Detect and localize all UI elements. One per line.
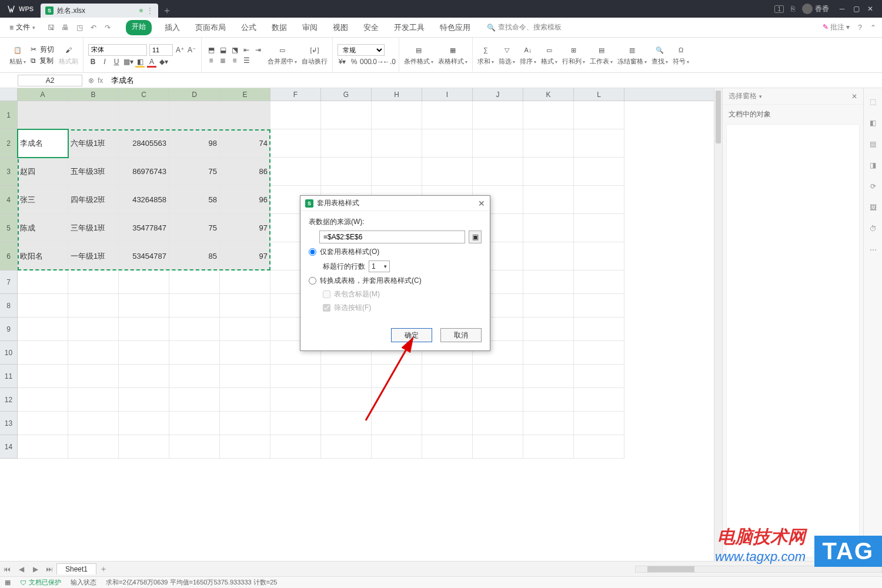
toolstrip-select-icon[interactable]: ⬚ [868,96,878,107]
fx-function-icon[interactable]: fx [98,76,103,85]
cell[interactable] [68,435,119,459]
decrease-font-icon[interactable]: A⁻ [187,45,196,55]
cell[interactable]: 96 [220,186,270,214]
conditional-format-button[interactable]: ▤条件格式 [404,44,433,66]
formula-input[interactable] [109,76,882,85]
cell[interactable] [119,365,169,388]
cell[interactable] [473,412,523,435]
column-header[interactable]: L [574,88,624,101]
cell[interactable] [220,341,270,365]
range-picker-button[interactable]: ▣ [469,230,482,243]
cell[interactable] [372,412,422,435]
cell[interactable] [119,388,169,412]
cell[interactable] [68,388,119,412]
document-tab[interactable]: S 姓名.xlsx ⋮ [41,4,158,18]
toolstrip-more-icon[interactable]: ⋯ [868,245,878,255]
cell[interactable]: 28405563 [119,129,169,158]
cell[interactable] [169,101,220,129]
save-icon[interactable]: 🖫 [46,22,56,33]
paste-button[interactable]: 📋 粘贴 [9,44,26,66]
cell[interactable] [220,435,270,459]
cell[interactable] [220,318,270,341]
cell[interactable] [68,294,119,318]
wrap-text-button[interactable]: [↲] 自动换行 [302,44,328,66]
cell[interactable] [523,270,574,294]
column-header[interactable]: A [18,88,68,101]
row-header[interactable]: 12 [0,388,18,412]
worksheet-button[interactable]: ▤工作表 [590,44,613,66]
print-quick-icon[interactable]: 🖶 [60,22,71,33]
column-header[interactable]: D [169,88,220,101]
radio-convert-table[interactable] [309,277,316,285]
source-range-input[interactable] [319,230,465,243]
cell[interactable] [574,318,624,341]
cell[interactable] [321,388,372,412]
tab-pagelayout[interactable]: 页面布局 [193,20,228,35]
print-preview-icon[interactable]: ◳ [74,22,85,33]
cell[interactable] [574,186,624,214]
bold-button[interactable]: B [88,57,98,66]
freeze-button[interactable]: ▥冻结窗格 [617,44,647,66]
header-rows-select[interactable]: 1 ▾ [369,260,390,272]
tab-view[interactable]: 视图 [330,20,350,35]
minimize-button[interactable]: ─ [836,3,848,15]
tab-insert[interactable]: 插入 [162,20,182,35]
menu-collapse-icon[interactable]: ⌃ [870,24,876,32]
cell[interactable] [18,294,68,318]
add-sheet-button[interactable]: ＋ [96,564,111,574]
cell[interactable] [523,412,574,435]
cell[interactable] [220,270,270,294]
column-header[interactable]: E [220,88,270,101]
cell[interactable] [169,294,220,318]
cell[interactable]: 58 [169,186,220,214]
cell[interactable]: 43264858 [119,186,169,214]
cell[interactable] [68,318,119,341]
cell[interactable]: 三年级1班 [68,214,119,242]
cell[interactable]: 李成名 [18,129,68,158]
tab-security[interactable]: 安全 [361,20,381,35]
cell[interactable] [372,435,422,459]
maximize-button[interactable]: ▢ [850,3,862,15]
cell[interactable] [523,186,574,214]
cell[interactable] [372,129,422,158]
cell[interactable] [523,101,574,129]
row-header[interactable]: 7 [0,270,18,294]
row-header[interactable]: 5 [0,214,18,242]
status-icon[interactable]: ▦ [5,579,11,586]
align-center-icon[interactable]: ≣ [218,56,228,65]
cell[interactable] [270,388,321,412]
sheet-nav-first[interactable]: ⏮ [0,565,14,573]
cell[interactable] [372,388,422,412]
merge-center-button[interactable]: ▭ 合并居中 [268,44,297,66]
cell[interactable]: 五年级3班 [68,158,119,186]
symbol-button[interactable]: Ω符号 [673,44,689,66]
cell[interactable]: 四年级2班 [68,186,119,214]
cell[interactable] [169,318,220,341]
percent-icon[interactable]: % [349,57,359,66]
indent-decrease-icon[interactable]: ⇤ [242,45,251,55]
rowcol-button[interactable]: ⊞行和列 [562,44,585,66]
cell[interactable] [220,365,270,388]
row-header[interactable]: 9 [0,318,18,341]
cell[interactable] [169,341,220,365]
cell[interactable] [321,435,372,459]
tab-formula[interactable]: 公式 [239,20,259,35]
toolstrip-style-icon[interactable]: ◧ [868,118,878,128]
column-header[interactable]: J [473,88,523,101]
cell[interactable] [18,412,68,435]
cell[interactable]: 97 [220,242,270,270]
cell[interactable] [270,129,321,158]
cell[interactable] [473,129,523,158]
font-size-input[interactable] [149,44,173,56]
cell[interactable] [220,294,270,318]
row-header[interactable]: 8 [0,294,18,318]
cell[interactable] [119,294,169,318]
sum-button[interactable]: ∑求和 [477,44,494,66]
increase-font-icon[interactable]: A⁺ [175,45,185,55]
column-header[interactable]: K [523,88,574,101]
currency-icon[interactable]: ¥▾ [338,57,347,66]
tab-start[interactable]: 开始 [126,20,152,35]
cell[interactable] [270,101,321,129]
cell[interactable] [523,318,574,341]
dialog-close-button[interactable]: ✕ [478,199,485,208]
